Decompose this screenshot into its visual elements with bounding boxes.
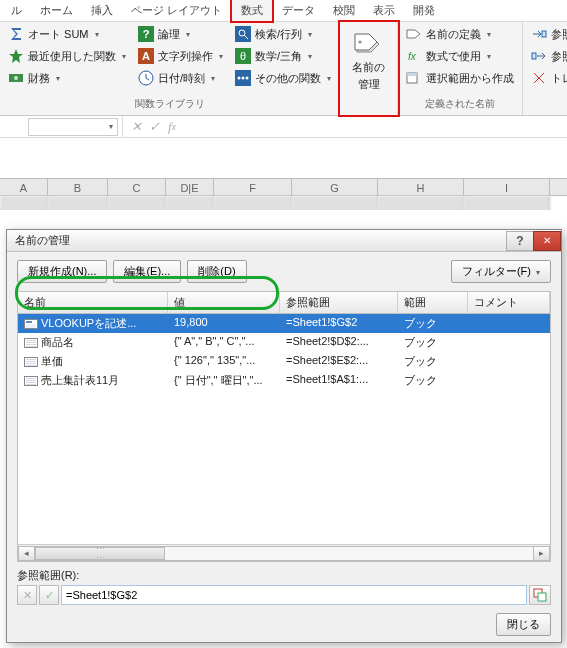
- btn-create-from-selection[interactable]: 選択範囲から作成: [402, 68, 518, 88]
- name-icon: [24, 319, 38, 329]
- svg-rect-21: [542, 31, 546, 37]
- svg-rect-24: [538, 593, 546, 601]
- column-header[interactable]: B: [48, 179, 108, 195]
- btn-remove-arrows[interactable]: トレース: [527, 68, 567, 88]
- cancel-icon[interactable]: ✕: [127, 116, 145, 137]
- name-box[interactable]: ▾: [28, 118, 118, 136]
- btn-math[interactable]: θ 数学/三角▾: [231, 46, 335, 66]
- list-item[interactable]: 単価{" 126"," 135","...=Sheet2!$E$2:...ブック: [18, 352, 550, 371]
- ref-input[interactable]: [61, 585, 527, 605]
- btn-trace-precedents[interactable]: 参照元: [527, 24, 567, 44]
- ref-cancel-icon[interactable]: ✕: [17, 585, 37, 605]
- svg-point-16: [246, 77, 249, 80]
- star-icon: [8, 48, 24, 64]
- fx-icon[interactable]: fx: [163, 116, 181, 137]
- tab-data[interactable]: データ: [273, 0, 324, 21]
- col-ref[interactable]: 参照範囲: [280, 292, 398, 313]
- svg-point-2: [14, 76, 18, 80]
- group-label-funclib: 関数ライブラリ: [4, 95, 335, 113]
- column-header[interactable]: H: [378, 179, 464, 195]
- btn-recent[interactable]: 最近使用した関数▾: [4, 46, 130, 66]
- label: 選択範囲から作成: [426, 71, 514, 86]
- scroll-track[interactable]: [35, 546, 533, 561]
- column-header[interactable]: D|E: [166, 179, 214, 195]
- tab-developer[interactable]: 開発: [404, 0, 444, 21]
- tab-pagelayout[interactable]: ページ レイアウト: [122, 0, 231, 21]
- chevron-down-icon: ▾: [487, 30, 491, 39]
- btn-date[interactable]: 日付/時刻▾: [134, 68, 227, 88]
- tab-home[interactable]: ホーム: [31, 0, 82, 21]
- range-picker-icon[interactable]: [529, 585, 551, 605]
- tab-view[interactable]: 表示: [364, 0, 404, 21]
- btn-trace-dependents[interactable]: 参照先: [527, 46, 567, 66]
- name-list[interactable]: VLOOKUPを記述...19,800=Sheet1!$G$2ブック商品名{" …: [17, 314, 551, 562]
- scroll-right[interactable]: ▸: [533, 546, 550, 561]
- name-manager-dialog: 名前の管理 新規作成(N)... 編集(E)... 削除(D) フィルター(F)…: [6, 229, 562, 643]
- col-value[interactable]: 値: [168, 292, 280, 313]
- money-icon: [8, 70, 24, 86]
- dialog-title: 名前の管理: [15, 233, 70, 248]
- dialog-titlebar[interactable]: 名前の管理: [7, 230, 561, 252]
- label: 最近使用した関数: [28, 49, 116, 64]
- column-header[interactable]: I: [464, 179, 550, 195]
- btn-use-in-formula[interactable]: fx 数式で使用▾: [402, 46, 518, 66]
- btn-filter[interactable]: フィルター(F) ▾: [451, 260, 551, 283]
- btn-other[interactable]: その他の関数▾: [231, 68, 335, 88]
- worksheet-grid[interactable]: ABCD|EFGHI: [0, 138, 567, 210]
- name-icon: [24, 376, 38, 386]
- col-comment[interactable]: コメント: [468, 292, 550, 313]
- btn-name-manager[interactable]: 名前の 管理: [344, 24, 393, 98]
- chevron-down-icon: ▾: [95, 30, 99, 39]
- btn-lookup[interactable]: 検索/行列▾: [231, 24, 335, 44]
- enter-icon[interactable]: ✓: [145, 116, 163, 137]
- close-button[interactable]: [533, 231, 561, 251]
- btn-define-name[interactable]: 名前の定義▾: [402, 24, 518, 44]
- col-name[interactable]: 名前: [18, 292, 168, 313]
- question-icon: ?: [138, 26, 154, 42]
- label: 数学/三角: [255, 49, 302, 64]
- btn-logic[interactable]: ? 論理▾: [134, 24, 227, 44]
- btn-close[interactable]: 閉じる: [496, 613, 551, 636]
- group-label-defnames: 定義された名前: [402, 95, 518, 113]
- column-header[interactable]: C: [108, 179, 166, 195]
- btn-autosum[interactable]: オート SUM▾: [4, 24, 130, 44]
- tab-review[interactable]: 校閲: [324, 0, 364, 21]
- list-item[interactable]: 商品名{" A"," B"," C","...=Sheet2!$D$2:...ブ…: [18, 333, 550, 352]
- help-button[interactable]: [506, 231, 534, 251]
- list-header[interactable]: 名前 値 参照範囲 範囲 コメント: [17, 291, 551, 314]
- scroll-thumb[interactable]: [35, 547, 165, 560]
- label: 財務: [28, 71, 50, 86]
- create-sel-icon: [406, 70, 422, 86]
- btn-text[interactable]: A 文字列操作▾: [134, 46, 227, 66]
- column-header[interactable]: F: [214, 179, 292, 195]
- chevron-down-icon: ▾: [308, 52, 312, 61]
- svg-point-17: [358, 41, 361, 44]
- label: 数式で使用: [426, 49, 481, 64]
- btn-edit[interactable]: 編集(E)...: [113, 260, 181, 283]
- btn-new[interactable]: 新規作成(N)...: [17, 260, 107, 283]
- ribbon-tabs: ル ホーム 挿入 ページ レイアウト 数式 データ 校閲 表示 開発: [0, 0, 567, 22]
- column-header[interactable]: G: [292, 179, 378, 195]
- clock-icon: [138, 70, 154, 86]
- btn-finance[interactable]: 財務▾: [4, 68, 130, 88]
- scroll-left[interactable]: ◂: [18, 546, 35, 561]
- column-header[interactable]: A: [0, 179, 48, 195]
- btn-delete[interactable]: 削除(D): [187, 260, 246, 283]
- label: 文字列操作: [158, 49, 213, 64]
- chevron-down-icon: ▾: [186, 30, 190, 39]
- more-icon: [235, 70, 251, 86]
- formula-input[interactable]: [185, 118, 567, 136]
- list-item[interactable]: 売上集計表11月{" 日付"," 曜日","...=Sheet1!$A$1:..…: [18, 371, 550, 390]
- tab-insert[interactable]: 挿入: [82, 0, 122, 21]
- svg-rect-22: [532, 53, 536, 59]
- svg-point-15: [242, 77, 245, 80]
- tab-formulas[interactable]: 数式: [231, 0, 273, 22]
- ref-accept-icon[interactable]: ✓: [39, 585, 59, 605]
- list-item[interactable]: VLOOKUPを記述...19,800=Sheet1!$G$2ブック: [18, 314, 550, 333]
- name-icon: [24, 357, 38, 367]
- svg-text:fx: fx: [408, 51, 417, 62]
- tab-file[interactable]: ル: [2, 0, 31, 21]
- col-scope[interactable]: 範囲: [398, 292, 468, 313]
- label: 検索/行列: [255, 27, 302, 42]
- label-l1: 名前の: [352, 60, 385, 75]
